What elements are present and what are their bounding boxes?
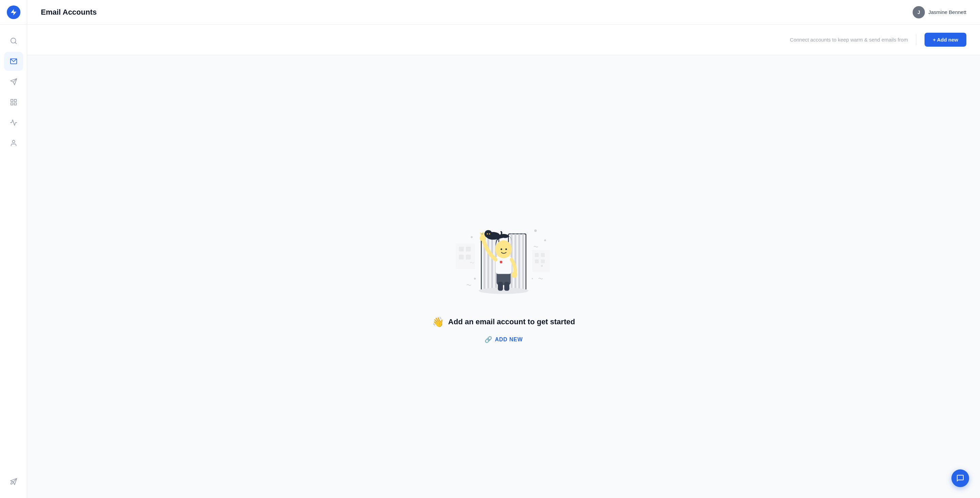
svg-rect-54 bbox=[459, 254, 464, 259]
svg-point-12 bbox=[471, 236, 473, 238]
svg-point-38 bbox=[500, 260, 503, 263]
add-new-link[interactable]: 🔗 ADD NEW bbox=[485, 336, 523, 343]
svg-point-29 bbox=[479, 287, 528, 294]
sidebar-item-email[interactable] bbox=[4, 52, 23, 71]
welcome-illustration bbox=[453, 212, 555, 304]
add-new-button[interactable]: + Add new bbox=[924, 33, 966, 47]
svg-point-15 bbox=[532, 278, 533, 279]
svg-rect-7 bbox=[11, 103, 13, 105]
empty-state: 👋 Add an email account to get started 🔗 … bbox=[27, 55, 980, 498]
add-new-link-label: ADD NEW bbox=[495, 337, 523, 343]
svg-point-37 bbox=[505, 248, 507, 250]
empty-heading-text: Add an email account to get started bbox=[448, 318, 575, 326]
page-title: Email Accounts bbox=[41, 8, 97, 17]
svg-point-11 bbox=[544, 239, 546, 241]
svg-rect-33 bbox=[496, 256, 512, 274]
svg-point-10 bbox=[534, 229, 537, 232]
svg-rect-56 bbox=[535, 253, 539, 257]
svg-rect-53 bbox=[466, 247, 471, 251]
connect-text: Connect accounts to keep warm & send ema… bbox=[790, 37, 908, 43]
user-name: Jasmine Bennett bbox=[928, 9, 966, 15]
app-logo-icon[interactable] bbox=[7, 5, 21, 19]
svg-rect-5 bbox=[11, 99, 13, 102]
sidebar-item-send[interactable] bbox=[4, 72, 23, 91]
sub-header-divider bbox=[916, 34, 916, 45]
svg-line-40 bbox=[481, 233, 482, 235]
main-wrapper: Email Accounts J Jasmine Bennett Connect… bbox=[27, 0, 980, 498]
svg-point-16 bbox=[474, 278, 476, 280]
svg-rect-31 bbox=[498, 282, 503, 290]
sidebar bbox=[0, 0, 27, 498]
svg-rect-50 bbox=[456, 243, 475, 269]
svg-rect-59 bbox=[541, 259, 545, 263]
sidebar-bottom bbox=[4, 465, 23, 498]
sidebar-item-account[interactable] bbox=[4, 134, 23, 153]
sub-header: Connect accounts to keep warm & send ema… bbox=[27, 24, 980, 55]
sidebar-item-templates[interactable] bbox=[4, 93, 23, 112]
sidebar-item-rocket[interactable] bbox=[4, 472, 23, 491]
user-info[interactable]: J Jasmine Bennett bbox=[913, 6, 966, 18]
svg-rect-6 bbox=[14, 99, 16, 102]
empty-text-section: 👋 Add an email account to get started 🔗 … bbox=[432, 316, 575, 343]
svg-rect-55 bbox=[466, 254, 471, 259]
sidebar-nav bbox=[4, 24, 23, 465]
top-header: Email Accounts J Jasmine Bennett bbox=[27, 0, 980, 24]
sidebar-logo bbox=[0, 0, 27, 24]
chat-support-button[interactable] bbox=[951, 469, 969, 487]
wave-emoji: 👋 bbox=[432, 316, 444, 328]
svg-rect-57 bbox=[541, 253, 545, 257]
user-avatar: J bbox=[913, 6, 925, 18]
svg-point-35 bbox=[495, 240, 512, 258]
svg-point-49 bbox=[489, 233, 490, 235]
svg-point-9 bbox=[12, 140, 14, 143]
svg-line-41 bbox=[483, 232, 484, 235]
sidebar-item-search[interactable] bbox=[4, 31, 23, 50]
svg-line-1 bbox=[15, 42, 16, 44]
sidebar-item-analytics[interactable] bbox=[4, 113, 23, 132]
link-icon: 🔗 bbox=[485, 336, 492, 343]
svg-point-48 bbox=[487, 233, 488, 235]
illustration-container bbox=[449, 210, 558, 306]
svg-point-36 bbox=[501, 248, 502, 250]
content-area: Connect accounts to keep warm & send ema… bbox=[27, 24, 980, 498]
svg-point-43 bbox=[511, 271, 517, 278]
svg-rect-58 bbox=[535, 259, 539, 263]
svg-rect-8 bbox=[14, 103, 16, 105]
svg-rect-52 bbox=[459, 247, 464, 251]
empty-heading: 👋 Add an email account to get started bbox=[432, 316, 575, 328]
svg-rect-32 bbox=[504, 282, 509, 290]
